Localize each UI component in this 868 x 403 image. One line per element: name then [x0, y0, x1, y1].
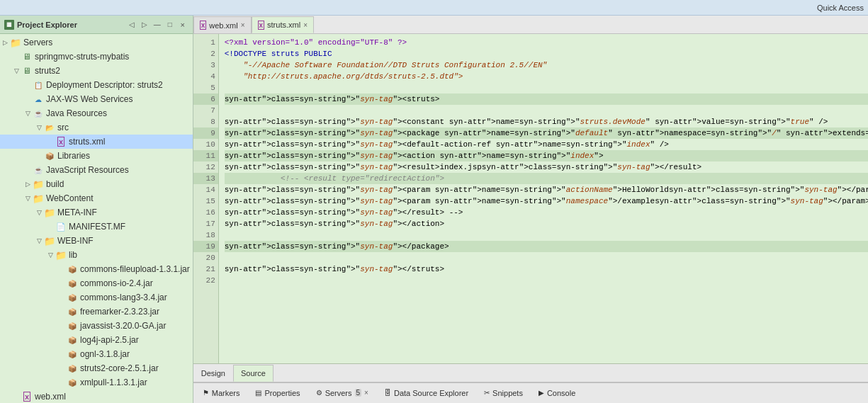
tree-toggle[interactable] — [57, 363, 67, 373]
tree-item[interactable]: ▽🖥struts2 — [0, 64, 193, 78]
tree-item[interactable]: ▽☕Java Resources — [0, 106, 193, 120]
tree-toggle[interactable] — [57, 307, 67, 317]
minimize-button[interactable]: — — [152, 19, 163, 30]
maximize-button[interactable]: □ — [164, 19, 176, 30]
tree-item[interactable]: ▽📁lib — [0, 248, 193, 262]
tree-icon: 🖥 — [21, 66, 33, 76]
tree-toggle[interactable]: ▽ — [45, 250, 55, 260]
servers-tab-close[interactable]: × — [364, 389, 368, 397]
tree-toggle[interactable] — [57, 278, 67, 288]
tree-item[interactable]: ▷📁build — [0, 177, 193, 191]
tree-toggle[interactable] — [57, 321, 67, 331]
tree-label: springmvc-struts-mybatis — [35, 52, 129, 62]
properties-label: Properties — [264, 389, 300, 397]
tree-item[interactable]: 📦commons-io-2.4.jar — [0, 276, 193, 290]
tree-label: JavaScript Resources — [46, 165, 129, 175]
tree-item[interactable]: 📦javassist-3.20.0-GA.jar — [0, 319, 193, 333]
status-tab-properties[interactable]: ▤ Properties — [249, 384, 306, 402]
tree-label: xmlpull-1.1.3.1.jar — [80, 378, 147, 387]
tree-item[interactable]: ☕JavaScript Resources — [0, 163, 193, 177]
tree-item[interactable]: 📦commons-fileupload-1.3.1.jar — [0, 262, 193, 276]
tree-toggle[interactable]: ▽ — [34, 208, 44, 217]
tree-toggle[interactable]: ▷ — [23, 179, 33, 189]
tree-item[interactable]: 📦struts2-core-2.5.1.jar — [0, 361, 193, 375]
servers-icon: ⚙ — [316, 389, 322, 397]
code-line: syn-attr">class=syn-string">"syn-tag"></… — [225, 207, 868, 218]
status-tab-data-source[interactable]: 🗄 Data Source Explorer — [378, 384, 475, 402]
tree-toggle[interactable] — [23, 94, 33, 104]
status-tab-console[interactable]: ▶ Console — [532, 384, 582, 402]
tab-close[interactable]: × — [241, 21, 245, 29]
tree-label: struts2-core-2.5.1.jar — [80, 363, 159, 373]
tab-close[interactable]: × — [303, 21, 308, 29]
tree-toggle[interactable] — [11, 52, 21, 62]
tree-toggle[interactable]: ▽ — [34, 236, 44, 246]
tree-toggle[interactable]: ▽ — [23, 193, 33, 203]
tree-item[interactable]: 📦freemarker-2.3.23.jar — [0, 305, 193, 319]
tab-design[interactable]: Design — [193, 365, 233, 382]
collapse-all-button[interactable]: ◁ — [126, 19, 137, 30]
code-line — [225, 252, 868, 263]
code-area[interactable]: <?xml version="1.0" encoding="UTF-8" ?><… — [219, 34, 868, 363]
tree-item[interactable]: ☁JAX-WS Web Services — [0, 92, 193, 106]
tree-item[interactable]: 📦xmlpull-1.1.3.1.jar — [0, 375, 193, 390]
tree-item[interactable]: ▽📁WEB-INF — [0, 234, 193, 248]
tree-toggle[interactable]: ▷ — [0, 38, 10, 47]
tree-item[interactable]: 🖥springmvc-struts-mybatis — [0, 50, 193, 64]
tree-item[interactable]: ▽📂src — [0, 120, 193, 135]
code-line: "-//Apache Software Foundation//DTD Stru… — [225, 59, 868, 71]
tab-source[interactable]: Source — [233, 365, 274, 382]
status-tab-snippets[interactable]: ✂ Snippets — [478, 384, 529, 402]
tree-toggle[interactable]: ▽ — [23, 108, 33, 118]
tree-toggle[interactable] — [23, 80, 33, 90]
tree-toggle[interactable]: ▽ — [11, 66, 21, 76]
tree-toggle[interactable] — [45, 137, 55, 147]
tree-label: lib — [69, 250, 77, 260]
tree-icon: 📦 — [44, 151, 55, 161]
editor-tab[interactable]: xstruts.xml× — [252, 16, 314, 33]
tree-icon: 📦 — [67, 278, 78, 288]
tab-label: struts.xml — [267, 21, 300, 29]
tree-item[interactable]: 📦commons-lang3-3.4.jar — [0, 290, 193, 305]
tree-label: javassist-3.20.0-GA.jar — [80, 321, 166, 331]
tree-item[interactable]: 📄MANIFEST.MF — [0, 220, 193, 234]
tree-toggle[interactable] — [57, 349, 67, 359]
tree-item[interactable]: 📦ognl-3.1.8.jar — [0, 347, 193, 361]
tree-item[interactable]: xstruts.xml — [0, 135, 193, 149]
tree-toggle[interactable]: ▽ — [34, 123, 44, 132]
tree-toggle[interactable] — [57, 264, 67, 274]
tree-toggle[interactable] — [57, 293, 67, 302]
tree-item[interactable]: ▽📁META-INF — [0, 205, 193, 220]
tree-label: struts.xml — [69, 137, 105, 147]
right-panel: xweb.xml×xstruts.xml× 123456789101112131… — [193, 16, 868, 403]
editor-area: 12345678910111213141516171819202122 <?xm… — [193, 34, 868, 363]
tree-item[interactable]: ▽📁WebContent — [0, 191, 193, 205]
tree-toggle[interactable] — [57, 335, 67, 345]
line-number: 5 — [193, 82, 218, 93]
tree-toggle[interactable] — [57, 378, 67, 387]
tree-toggle[interactable] — [45, 222, 55, 232]
code-line: syn-attr">class=syn-string">"syn-tag"></… — [225, 218, 868, 229]
tree-item[interactable]: 📦Libraries — [0, 149, 193, 163]
status-tab-servers[interactable]: ⚙ Servers 5 × — [310, 384, 375, 402]
tree-icon: x — [21, 392, 33, 402]
tree-item[interactable]: ▷📁Servers — [0, 35, 193, 50]
tree-item[interactable]: xweb.xml — [0, 390, 193, 403]
code-line: <!DOCTYPE struts PUBLIC — [225, 48, 868, 59]
editor-tab[interactable]: xweb.xml× — [193, 16, 252, 33]
tab-icon: x — [200, 21, 207, 30]
link-editor-button[interactable]: ▷ — [139, 19, 150, 30]
panel-actions: ◁ ▷ — □ × — [126, 19, 188, 30]
editor-tabs: xweb.xml×xstruts.xml× — [193, 16, 868, 34]
tree-icon: 📦 — [67, 349, 78, 359]
tree-toggle[interactable] — [34, 151, 44, 161]
close-panel-button[interactable]: × — [177, 19, 188, 30]
tree-label: Deployment Descriptor: struts2 — [46, 80, 163, 90]
tree-label: build — [46, 179, 64, 189]
tree-toggle[interactable] — [23, 165, 33, 175]
tree-item[interactable]: 📋Deployment Descriptor: struts2 — [0, 78, 193, 92]
tree-item[interactable]: 📦log4j-api-2.5.jar — [0, 333, 193, 347]
tree-icon: 📦 — [67, 307, 78, 317]
status-tab-markers[interactable]: ⚑ Markers — [196, 384, 247, 402]
tree-toggle[interactable] — [11, 392, 21, 402]
